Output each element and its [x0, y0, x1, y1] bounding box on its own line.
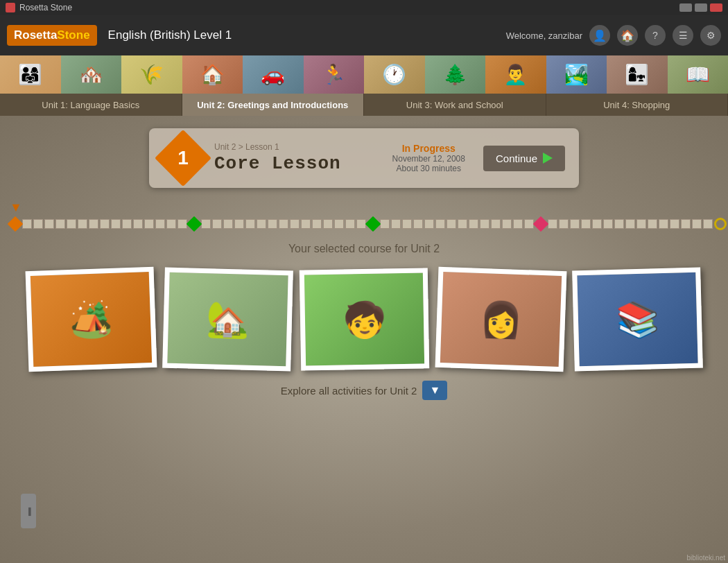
- collapse-area[interactable]: ▼: [0, 200, 728, 216]
- track-square: [670, 219, 679, 229]
- status-date: November 12, 2008: [392, 154, 465, 164]
- strip-photo-9: 👨‍🦱: [485, 55, 546, 94]
- photo-1[interactable]: 🏕️: [25, 267, 157, 372]
- track-square: [257, 219, 266, 229]
- track-square: [458, 219, 467, 229]
- track-square: [447, 219, 456, 229]
- strip-photo-2: 🏘️: [61, 55, 122, 94]
- track-square: [245, 219, 255, 229]
- welcome-text: Welcome, zanzibar: [506, 31, 582, 41]
- track-square: [100, 219, 110, 229]
- track-square: [122, 219, 132, 229]
- strip-photo-11: 👩‍👧: [607, 55, 668, 94]
- track-square: [33, 219, 43, 229]
- bottom-photos: 🏕️ 🏡 🧒 👩 📚: [0, 269, 728, 370]
- title-bar: Rosetta Stone: [0, 0, 728, 15]
- image-strip: 👨‍👩‍👧 🏘️ 🌾 🏠 🚗 🏃 🕐 🌲 👨‍🦱 🏞️ 👩‍👧 📖: [0, 55, 728, 94]
- lesson-title: Core Lesson: [214, 153, 381, 174]
- progress-track: [0, 216, 728, 232]
- lesson-number-diamond: 1: [163, 138, 203, 178]
- strip-photo-3: 🌾: [121, 55, 182, 94]
- strip-photo-6: 🏃: [304, 55, 365, 94]
- app-icon: [6, 3, 15, 12]
- track-square: [614, 219, 624, 229]
- photo-4[interactable]: 👩: [435, 267, 566, 372]
- explore-area: Explore all activities for Unit 2 ▼: [0, 381, 728, 400]
- explore-button[interactable]: ▼: [422, 381, 447, 400]
- track-square: [469, 219, 478, 229]
- close-button[interactable]: [710, 3, 722, 12]
- track-square: [166, 219, 176, 229]
- track-square: [592, 219, 602, 229]
- scroll-indicator: ▐: [26, 508, 31, 515]
- strip-photo-5: 🚗: [243, 55, 304, 94]
- logo-rosetta: Rosetta: [14, 28, 57, 42]
- header-right: Welcome, zanzibar 👤 🏠 ? ☰ ⚙: [506, 25, 721, 46]
- milestone-3[interactable]: [365, 216, 381, 232]
- continue-label: Continue: [496, 153, 537, 164]
- track-square: [648, 219, 657, 229]
- menu-icon[interactable]: ☰: [673, 25, 693, 46]
- track-square: [323, 219, 333, 229]
- app-title: Rosetta Stone: [19, 3, 72, 12]
- track-square: [402, 219, 412, 229]
- photo-5[interactable]: 📚: [572, 268, 703, 372]
- tab-unit2[interactable]: Unit 2: Greetings and Introductions: [182, 94, 365, 116]
- milestone-end[interactable]: [714, 218, 727, 230]
- track-square: [334, 219, 344, 229]
- track-square: [279, 219, 288, 229]
- track-square: [603, 219, 613, 229]
- main-content: 1 Unit 2 > Lesson 1 Core Lesson In Progr…: [0, 116, 728, 563]
- track-square: [111, 219, 121, 229]
- minimize-button[interactable]: [679, 3, 692, 12]
- track-square: [22, 219, 32, 229]
- strip-photo-12: 📖: [668, 55, 729, 94]
- status-label: In Progress: [392, 143, 465, 154]
- milestone-1[interactable]: [8, 216, 24, 232]
- track-square: [212, 219, 222, 229]
- course-title: English (British) Level 1: [108, 28, 232, 42]
- photo-3[interactable]: 🧒: [299, 268, 429, 370]
- strip-photo-7: 🕐: [364, 55, 425, 94]
- header: RosettaStone English (British) Level 1 W…: [0, 15, 728, 55]
- track-square: [692, 219, 702, 229]
- scrollbar[interactable]: ▐: [21, 494, 36, 528]
- window-controls: [679, 3, 722, 12]
- strip-photo-8: 🌲: [425, 55, 486, 94]
- help-icon[interactable]: ?: [645, 25, 666, 46]
- lesson-status-area: In Progress November 12, 2008 About 30 m…: [392, 143, 465, 173]
- track-square: [559, 219, 569, 229]
- maximize-button[interactable]: [695, 3, 707, 12]
- track-square: [223, 219, 233, 229]
- track-square: [659, 219, 668, 229]
- strip-photo-10: 🏞️: [546, 55, 607, 94]
- home-icon[interactable]: 🏠: [617, 25, 638, 46]
- user-icon[interactable]: 👤: [589, 25, 610, 46]
- photo-2[interactable]: 🏡: [162, 268, 293, 372]
- tab-unit3[interactable]: Unit 3: Work and School: [364, 94, 546, 116]
- track-square: [703, 219, 713, 229]
- milestone-4[interactable]: [533, 216, 549, 232]
- track-square: [581, 219, 591, 229]
- explore-text: Explore all activities for Unit 2: [281, 385, 417, 397]
- milestone-2[interactable]: [187, 216, 202, 232]
- settings-icon[interactable]: ⚙: [700, 25, 721, 46]
- track-square: [268, 219, 277, 229]
- track-square: [424, 219, 434, 229]
- lesson-breadcrumb: Unit 2 > Lesson 1: [214, 142, 381, 152]
- track-square: [155, 219, 165, 229]
- track-square: [570, 219, 580, 229]
- track-square: [681, 219, 691, 229]
- tab-unit4[interactable]: Unit 4: Shopping: [546, 94, 729, 116]
- track-square: [55, 219, 65, 229]
- track-square: [301, 219, 311, 229]
- track-square: [312, 219, 322, 229]
- track-square: [548, 219, 557, 229]
- continue-button[interactable]: Continue: [483, 146, 565, 171]
- track-square: [435, 219, 445, 229]
- track-square: [234, 219, 244, 229]
- tab-unit1[interactable]: Unit 1: Language Basics: [0, 94, 182, 116]
- continue-section: Continue: [483, 146, 565, 171]
- track-square: [391, 219, 401, 229]
- track-square: [513, 219, 523, 229]
